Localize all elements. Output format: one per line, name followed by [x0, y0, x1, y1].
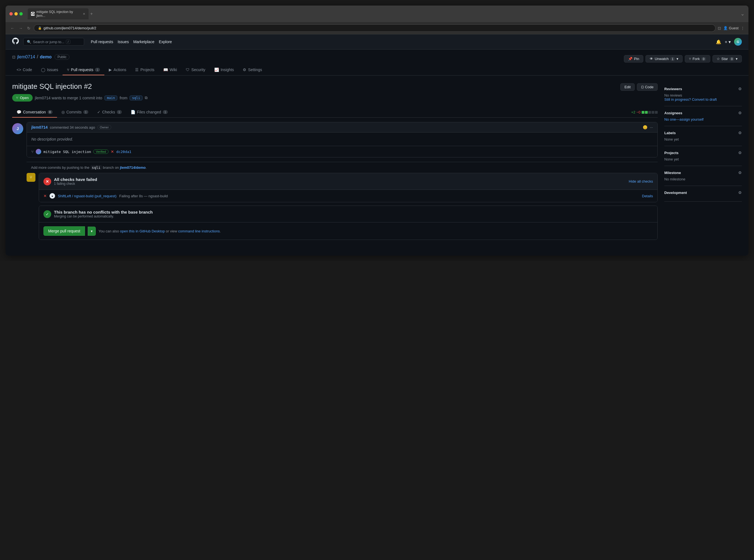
star-button[interactable]: ☆ Star 0 ▾: [713, 55, 742, 62]
nav-projects[interactable]: ☰ Projects: [131, 65, 159, 75]
pin-icon: 📌: [628, 57, 633, 61]
forward-button[interactable]: →: [18, 25, 24, 32]
assignees-gear-icon[interactable]: ⚙: [738, 111, 742, 115]
back-button[interactable]: ←: [9, 25, 16, 32]
edit-button[interactable]: Edit: [620, 83, 635, 91]
repo-icon: ⊡: [12, 55, 16, 59]
sidebar-reviewers: Reviewers ⚙ No reviews Still in progress…: [664, 82, 742, 106]
pr-count-badge: 1: [95, 68, 100, 72]
diff-bar-2: [645, 111, 648, 114]
nav-issues[interactable]: ◯ Issues: [37, 65, 63, 75]
comment-body-text: No description provided.: [31, 137, 73, 141]
checks-container: ⑂ ✕ All checks have failed 1 fai: [26, 173, 658, 244]
check-logo: ●: [49, 193, 55, 199]
new-tab-button[interactable]: +: [90, 11, 93, 16]
comment-thread: jlem0714 commented 34 seconds ago Owner …: [26, 122, 658, 157]
projects-gear-icon[interactable]: ⚙: [738, 151, 742, 155]
code-dropdown-button[interactable]: ⟨⟩ Code: [637, 83, 658, 91]
commit-row: ⑂ mitigate SQL injection Verified ✕ dc20…: [27, 146, 657, 157]
pr-status-badge: ⑂ Open: [12, 94, 33, 102]
unwatch-button[interactable]: 👁 Unwatch 1 ▾: [646, 55, 682, 62]
nav-actions[interactable]: ▶ Actions: [104, 65, 131, 75]
actions-icon: ▶: [109, 67, 112, 72]
user-menu[interactable]: 👤 Guest: [723, 26, 738, 30]
nav-code[interactable]: <> Code: [12, 65, 37, 75]
comment-author[interactable]: jlem0714: [31, 125, 47, 129]
comment-body: No description provided.: [27, 133, 657, 146]
topnav-right: 🔔 + ▾ G: [716, 38, 742, 46]
open-desktop-link[interactable]: open this in GitHub Desktop: [120, 229, 165, 233]
more-options-icon[interactable]: ⋮: [741, 26, 745, 31]
emoji-reaction-icon[interactable]: 😊: [643, 125, 648, 129]
close-button[interactable]: [9, 12, 13, 16]
nav-explore[interactable]: Explore: [159, 40, 172, 44]
sidebar-projects: Projects ⚙ None yet: [664, 146, 742, 166]
branch-note: Add more commits by pushing to the sqli …: [26, 162, 658, 173]
checks-fail-circle: ✕: [43, 178, 51, 185]
tab-commits-label: Commits: [66, 110, 82, 114]
diff-remove: −0: [636, 110, 640, 114]
nav-wiki[interactable]: 📖 Wiki: [159, 65, 181, 75]
merge-label-icon: ⑂: [26, 173, 36, 182]
sidebar-milestone-header: Milestone ⚙: [664, 171, 742, 175]
nav-pull-requests[interactable]: Pull requests: [91, 40, 113, 44]
more-actions-icon[interactable]: ···: [650, 125, 653, 129]
pin-button[interactable]: 📌 Pin: [624, 55, 643, 62]
copy-branch-icon[interactable]: ⧉: [145, 96, 147, 100]
nav-marketplace[interactable]: Marketplace: [133, 40, 154, 44]
command-line-link[interactable]: command line instructions: [178, 229, 220, 233]
search-placeholder: Search or jump to...: [33, 40, 64, 44]
repo-owner[interactable]: jlem0714: [17, 55, 35, 59]
repo-link[interactable]: jlem0714/demo: [120, 165, 145, 169]
details-button[interactable]: Details: [642, 194, 653, 198]
merge-pull-request-button[interactable]: Merge pull request: [43, 226, 85, 236]
pr-title-row: mitigate SQL injection #2 Edit ⟨⟩ Code: [12, 82, 658, 91]
notifications-bell[interactable]: 🔔: [716, 39, 721, 44]
eye-icon: 👁: [650, 57, 653, 61]
merge-dropdown-button[interactable]: ▾: [88, 226, 96, 236]
address-bar[interactable]: 🔒 github.com/jlem0714/demo/pull/2: [34, 24, 716, 32]
active-tab[interactable]: mitigate SQL injection by jlem... ✕: [28, 8, 88, 19]
fork-count: 0: [701, 57, 706, 61]
tab-commits[interactable]: ◎ Commits 1: [57, 107, 93, 118]
github-logo[interactable]: [12, 38, 19, 46]
success-check-icon: ✓: [43, 210, 51, 218]
hide-checks-button[interactable]: Hide all checks: [629, 179, 653, 183]
refresh-button[interactable]: ↻: [26, 25, 32, 32]
tab-checks[interactable]: ✓ Checks 1: [93, 107, 126, 118]
reviewers-gear-icon[interactable]: ⚙: [738, 86, 742, 91]
check-row: ✕ ● ShiftLeft / ngsast-build (pull_reque…: [39, 189, 657, 202]
commit-avatar: [36, 149, 41, 154]
pr-meta-text: jlem0714 wants to merge 1 commit into: [35, 96, 102, 100]
files-icon: 📄: [131, 110, 135, 114]
maximize-button[interactable]: [19, 12, 23, 16]
nav-insights[interactable]: 📈 Insights: [210, 65, 238, 75]
tab-files-changed[interactable]: 📄 Files changed 1: [126, 107, 172, 118]
source-branch[interactable]: sqli: [130, 96, 142, 100]
nav-issues[interactable]: Issues: [118, 40, 129, 44]
milestone-gear-icon[interactable]: ⚙: [738, 171, 742, 175]
labels-gear-icon[interactable]: ⚙: [738, 131, 742, 135]
check-fail-icon: ✕: [43, 194, 47, 198]
new-item-button[interactable]: + ▾: [725, 39, 731, 44]
repo-name[interactable]: demo: [40, 55, 52, 59]
minimize-button[interactable]: [14, 12, 18, 16]
user-avatar[interactable]: G: [734, 38, 742, 46]
tab-close-icon[interactable]: ✕: [83, 12, 85, 16]
user-label: Guest: [729, 26, 738, 30]
nav-security[interactable]: 🛡 Security: [181, 65, 210, 75]
target-branch[interactable]: main: [104, 96, 117, 100]
labels-value: None yet: [664, 137, 742, 141]
assignees-value[interactable]: No one—assign yourself: [664, 117, 742, 121]
fork-button[interactable]: ⑂ Fork 0: [685, 55, 710, 62]
no-conflict-text: This branch has no conflicts with the ba…: [54, 210, 153, 218]
nav-settings[interactable]: ⚙ Settings: [238, 65, 266, 75]
files-badge: 1: [163, 110, 168, 114]
tab-conversation[interactable]: 💬 Conversation 0: [12, 107, 57, 118]
commit-hash[interactable]: dc20da1: [116, 150, 132, 154]
convert-draft-link[interactable]: Still in progress? Convert to draft: [664, 97, 742, 102]
development-gear-icon[interactable]: ⚙: [738, 191, 742, 195]
search-bar[interactable]: 🔍 Search or jump to... /: [23, 38, 84, 46]
checks-title: All checks have failed: [54, 177, 97, 182]
nav-pull-requests[interactable]: ⑂ Pull requests 1: [63, 65, 104, 75]
